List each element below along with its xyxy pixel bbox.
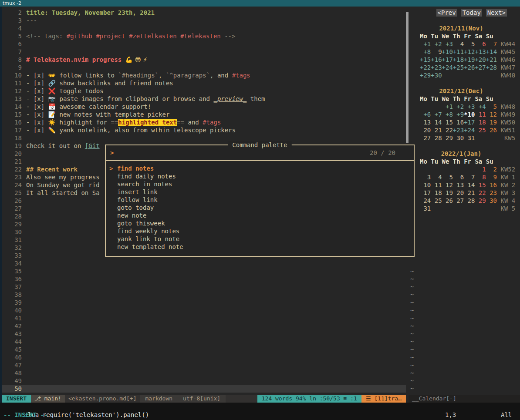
editor-line[interactable]: 38 [2,291,406,299]
editor-line[interactable]: 47 [2,361,406,369]
editor-line[interactable]: 7 [2,48,406,56]
calendar-week-row[interactable]: +1 +2 +3 +4 5 KW48 [409,103,520,111]
calendar-week-row[interactable]: 17 18 19 20 21 22 23 KW 3 [409,189,520,197]
editor-line[interactable]: 49 [2,377,406,385]
editor-line[interactable]: 39 [2,299,406,306]
calendar-week-row[interactable]: +6 +7 +8 +9*10 11 12 KW49 [409,111,520,118]
editor-line[interactable]: 42 [2,322,406,330]
editor-line[interactable]: 5<!-- tags: #github #project #zettelkast… [2,32,406,40]
line-text [22,377,26,385]
calendar-week-row[interactable]: 24 25 26 27 28 29 30 KW 4 [409,197,520,205]
palette-item[interactable]: goto thisweek [109,219,414,227]
calendar-cell: KW51 [497,127,515,134]
text-segment: ## Recent work [26,166,78,173]
line-number: 22 [2,165,22,173]
editor-line[interactable]: 46 [2,353,406,361]
today-button[interactable]: Today [461,9,482,17]
editor-line[interactable]: 4 [2,24,406,32]
tilde-marker: ~ [409,346,520,353]
calendar-week-row[interactable]: +1 +2 +3 4 5 6 7 KW44 [409,40,520,48]
editor-line[interactable]: 50 [2,385,406,393]
calendar-week-row[interactable]: 1 2 KW52 [409,165,520,173]
text-segment: show backlinks and friend notes [56,80,173,87]
text-segment: - [x] [26,103,48,110]
calendar-cell: +2 [431,40,442,47]
calendar-week-row[interactable]: +15+16+17+18+19+20+21 KW46 [409,56,520,64]
calendar-cell: 9 [431,48,442,55]
next-button[interactable]: Next> [486,9,507,17]
editor-line[interactable]: 8# Telekasten.nvim progress 💪 😎 ⚡ [2,56,406,64]
palette-item[interactable]: goto today [109,204,414,212]
editor-line[interactable]: 48 [2,369,406,377]
palette-item[interactable]: insert link [109,188,414,196]
tilde-marker: ~ [409,377,520,385]
editor-line[interactable]: 41 [2,314,406,322]
result-counter: 20 / 20 [370,149,395,157]
calendar-content: <Prev Today Next> 2021/11(Nov)Mo Tu We T… [409,7,520,395]
palette-item[interactable]: find weekly notes [109,227,414,235]
editor-line[interactable]: 2title: Tuesday, November 23th, 2021 [2,9,406,17]
editor-line[interactable]: 11- [x] 🔗 show backlinks and friend note… [2,79,406,87]
editor-line[interactable]: 43 [2,330,406,338]
editor-line[interactable]: 16- [x] ☀️ highlight for ==highlighted t… [2,118,406,126]
editor-line[interactable]: 45 [2,346,406,353]
calendar-week-row[interactable]: 13 14 15 16+17 18 19 KW50 [409,118,520,126]
editor-line[interactable]: 15- [x] 📝 new notes with template picker [2,111,406,118]
line-text [22,205,26,212]
calendar-week-row[interactable]: +29+30 KW48 [409,71,520,79]
palette-item[interactable]: yank link to note [109,235,414,243]
calendar-cell: 1 [475,166,486,173]
palette-item[interactable]: >find notes [109,165,414,172]
palette-item[interactable]: new templated note [109,243,414,251]
calendar-weekday-header: Mo Tu We Th Fr Sa Su [409,32,520,40]
editor-line[interactable]: 12- [x] ❌ toggle todos [2,87,406,95]
editor-line[interactable]: 13- [x] 📷 paste images from clipboard or… [2,95,406,103]
calendar-week-row[interactable]: 10 11 12 13 14 15 16 KW 2 [409,181,520,189]
scrollbar-thumb[interactable] [406,12,409,143]
editor-line[interactable]: 9 [2,64,406,71]
editor-line[interactable]: 18 [2,134,406,142]
editor-line[interactable]: 3--- [2,17,406,24]
calendar-blank-row [409,244,520,252]
editor-line[interactable]: 40 [2,306,406,314]
line-number: 29 [2,220,22,228]
calendar-week-row[interactable]: 27 28 29 30 31 KW5 [409,134,520,142]
text-segment: Check it out on [26,142,85,149]
statusline: INSERT ⎇ main! <ekasten.promo.md[+] mark… [2,395,406,403]
text-segment: 📷 [48,95,56,102]
calendar-week-row[interactable]: +22+23+24+25+26+27+28 KW47 [409,64,520,71]
editor-line[interactable]: 37 [2,283,406,291]
editor-line[interactable]: 14- [x] 📅 awesome calendar support! [2,103,406,111]
editor-line[interactable]: 35 [2,267,406,275]
editor-line[interactable]: 6 [2,40,406,48]
editor-line[interactable]: 10- [x] 👐 follow links to `#headings`, `… [2,71,406,79]
prev-button[interactable]: <Prev [436,9,457,17]
editor-line[interactable]: 44 [2,338,406,346]
editor-line[interactable]: 36 [2,275,406,283]
line-text: On Sunday we got rid [22,181,100,189]
calendar-cell [475,134,504,141]
tab-indicator[interactable]: ☰ [11]tra… [361,395,406,403]
calendar-cell: +14 [486,48,497,55]
calendar-week-row[interactable]: +8 9+10+11+12+13+14 KW45 [409,48,520,56]
palette-item[interactable]: follow link [109,196,414,204]
palette-item[interactable]: new note [109,212,414,219]
line-text [22,259,26,267]
line-number: 41 [2,314,22,322]
palette-item[interactable]: find daily notes [109,172,414,180]
calendar-week-row[interactable]: 31 KW 5 [409,205,520,212]
editor-line[interactable]: 34 [2,259,406,267]
calendar-week-row[interactable]: 20 21 22+23+24 25 26 KW51 [409,126,520,134]
editor-line[interactable]: 17- [x] ✏️ yank notelink, also from wthi… [2,126,406,134]
palette-results: >find notes find daily notes search in n… [106,161,414,251]
line-number: 13 [2,95,22,103]
line-number: 16 [2,118,22,126]
palette-item[interactable]: search in notes [109,180,414,188]
calendar-month-title: 2021/12(Dec) [409,87,520,95]
calendar-cell: 24 25 26 27 28 [420,197,475,204]
tilde-marker: ~ [409,369,520,377]
line-text [22,385,26,393]
line-number: 32 [2,244,22,252]
vim-cmdline[interactable]: :lua require('telekasten').panel() [0,403,520,410]
calendar-week-row[interactable]: 3 4 5 6 7 8 9 KW 1 [409,173,520,181]
